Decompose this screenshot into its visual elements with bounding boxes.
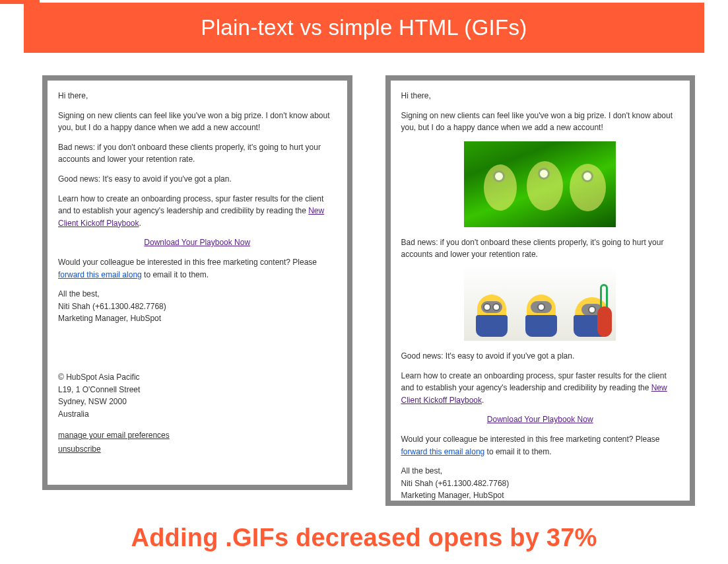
download-cta-link[interactable]: Download Your Playbook Now bbox=[487, 415, 593, 424]
minions-alarm-gif-icon bbox=[464, 268, 616, 341]
address-line: L19, 1 O'Connell Street bbox=[58, 384, 337, 396]
paragraph: Good news: It's easy to avoid if you've … bbox=[58, 173, 337, 186]
paragraph: Learn how to create an onboarding proces… bbox=[401, 370, 680, 407]
forward-link[interactable]: forward this email along bbox=[58, 270, 142, 279]
signature-line: Marketing Manager, HubSpot bbox=[58, 312, 337, 325]
footer-links: manage your email preferences unsubscrib… bbox=[58, 429, 337, 455]
unsubscribe-link[interactable]: unsubscribe bbox=[58, 443, 337, 456]
email-comparison-row: Hi there, Signing on new clients can fee… bbox=[42, 75, 695, 506]
minions-cheering-gif-icon bbox=[464, 141, 616, 227]
paragraph: Would your colleague be interested in th… bbox=[401, 433, 680, 458]
slide-conclusion: Adding .GIFs decreased opens by 37% bbox=[0, 524, 728, 552]
paragraph: Signing on new clients can feel like you… bbox=[58, 110, 337, 134]
greeting: Hi there, bbox=[401, 90, 680, 102]
cta-row: Download Your Playbook Now bbox=[58, 236, 337, 249]
email-plaintext-panel: Hi there, Signing on new clients can fee… bbox=[42, 75, 352, 490]
text: to email it to them. bbox=[142, 270, 209, 279]
signature-line: All the best, bbox=[58, 288, 337, 300]
slide-title: Plain-text vs simple HTML (GIFs) bbox=[201, 15, 527, 40]
paragraph: Signing on new clients can feel like you… bbox=[401, 110, 680, 134]
paragraph: Bad news: if you don't onboard these cli… bbox=[401, 236, 680, 261]
signature-line: Marketing Manager, HubSpot bbox=[401, 489, 680, 502]
forward-link[interactable]: forward this email along bbox=[401, 447, 485, 456]
cta-row: Download Your Playbook Now bbox=[401, 413, 680, 426]
slide-title-bar: Plain-text vs simple HTML (GIFs) bbox=[24, 3, 704, 53]
greeting: Hi there, bbox=[58, 90, 337, 102]
text: Learn how to create an onboarding proces… bbox=[58, 194, 323, 216]
download-cta-link[interactable]: Download Your Playbook Now bbox=[144, 238, 250, 247]
text: Learn how to create an onboarding proces… bbox=[401, 371, 667, 393]
address-line: Australia bbox=[58, 408, 337, 421]
text: Would your colleague be interested in th… bbox=[58, 258, 317, 267]
paragraph: Learn how to create an onboarding proces… bbox=[58, 193, 337, 230]
email-html-panel: Hi there, Signing on new clients can fee… bbox=[385, 75, 696, 506]
text: . bbox=[482, 396, 484, 405]
paragraph: Would your colleague be interested in th… bbox=[58, 256, 337, 281]
signature-line: Niti Shah (+61.1300.482.7768) bbox=[401, 477, 680, 490]
address-line: © HubSpot Asia Pacific bbox=[58, 371, 337, 384]
paragraph: Good news: It's easy to avoid if you've … bbox=[401, 350, 680, 363]
signature-line: All the best, bbox=[401, 465, 680, 477]
text: to email it to them. bbox=[484, 447, 551, 456]
address-line: Sydney, NSW 2000 bbox=[58, 396, 337, 408]
manage-preferences-link[interactable]: manage your email preferences bbox=[58, 429, 337, 442]
text: Would your colleague be interested in th… bbox=[401, 435, 660, 444]
paragraph: Bad news: if you don't onboard these cli… bbox=[58, 141, 337, 166]
footer-block: © HubSpot Asia Pacific L19, 1 O'Connell … bbox=[58, 371, 337, 456]
signature-line: Niti Shah (+61.1300.482.7768) bbox=[58, 300, 337, 313]
text: . bbox=[139, 219, 141, 228]
